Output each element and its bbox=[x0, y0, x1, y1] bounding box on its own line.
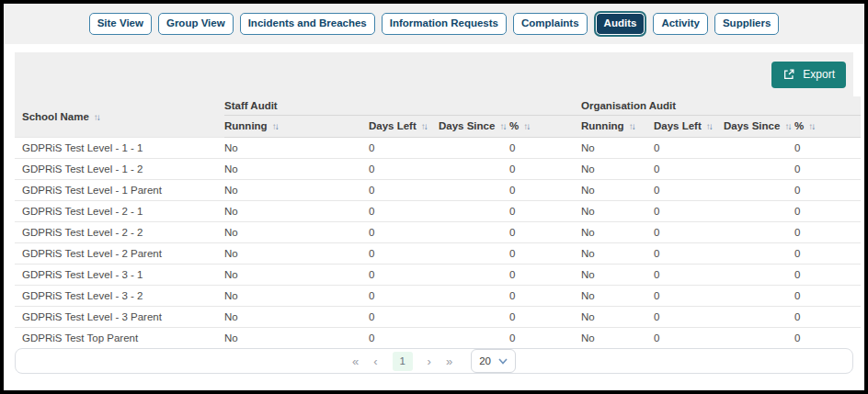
current-page-button[interactable]: 1 bbox=[393, 352, 413, 371]
staff-running-cell: No bbox=[224, 264, 369, 285]
org-percent-cell: 0 bbox=[794, 264, 861, 285]
export-button[interactable]: Export bbox=[771, 62, 846, 88]
col-header-org-[interactable]: %↑↓ bbox=[794, 115, 861, 137]
staff-running-cell: No bbox=[224, 327, 369, 348]
tab-bar: Site ViewGroup ViewIncidents and Breache… bbox=[4, 4, 864, 44]
staff-running-cell: No bbox=[224, 137, 369, 158]
table-row: GDPRiS Test Level - 1 ParentNo00No00 bbox=[15, 179, 861, 200]
staff-running-cell: No bbox=[224, 306, 369, 327]
col-header-label: Running bbox=[581, 120, 624, 131]
col-header-staff-running[interactable]: Running↑↓ bbox=[224, 115, 369, 137]
org-days-since-cell bbox=[724, 200, 794, 221]
table-row: GDPRiS Test Level - 3 ParentNo00No00 bbox=[15, 306, 861, 327]
sort-icon[interactable]: ↑↓ bbox=[523, 121, 529, 131]
tab-incidents-and-breaches[interactable]: Incidents and Breaches bbox=[240, 13, 375, 35]
sort-icon[interactable]: ↑↓ bbox=[808, 121, 814, 131]
sort-icon[interactable]: ↑↓ bbox=[272, 121, 278, 131]
staff-days-left-cell: 0 bbox=[369, 327, 439, 348]
school-name-cell: GDPRiS Test Level - 2 Parent bbox=[15, 242, 224, 264]
staff-percent-cell: 0 bbox=[509, 327, 581, 348]
staff-days-since-cell bbox=[439, 242, 509, 264]
table-row: GDPRiS Test Level - 3 - 1No00No00 bbox=[15, 264, 861, 285]
org-days-since-cell bbox=[724, 285, 794, 306]
audits-panel: Export School Name↑↓ Staff Audit Organis… bbox=[15, 52, 853, 374]
school-name-cell: GDPRiS Test Level - 3 Parent bbox=[15, 306, 224, 327]
col-header-org-days-since[interactable]: Days Since↑↓ bbox=[724, 115, 794, 137]
staff-percent-cell: 0 bbox=[509, 200, 581, 221]
tab-information-requests[interactable]: Information Requests bbox=[382, 13, 507, 35]
org-days-left-cell: 0 bbox=[654, 264, 724, 285]
tab-complaints[interactable]: Complaints bbox=[513, 13, 588, 35]
col-header-staff-days-left[interactable]: Days Left↑↓ bbox=[369, 115, 439, 137]
org-percent-cell: 0 bbox=[794, 242, 861, 264]
staff-running-cell: No bbox=[224, 242, 369, 264]
tab-audits[interactable]: Audits bbox=[596, 13, 645, 35]
page-size-select[interactable]: 20 bbox=[471, 349, 516, 373]
staff-days-left-cell: 0 bbox=[369, 179, 439, 200]
org-days-left-cell: 0 bbox=[654, 200, 724, 221]
staff-days-left-cell: 0 bbox=[369, 158, 439, 179]
org-running-cell: No bbox=[581, 179, 654, 200]
staff-percent-cell: 0 bbox=[509, 221, 581, 242]
sort-icon[interactable]: ↑↓ bbox=[94, 112, 99, 122]
audits-table: School Name↑↓ Staff Audit Organisation A… bbox=[15, 96, 861, 348]
prev-page-button[interactable]: ‹ bbox=[373, 355, 377, 368]
next-page-button[interactable]: › bbox=[428, 355, 431, 368]
school-name-cell: GDPRiS Test Level - 3 - 2 bbox=[15, 285, 224, 306]
col-header-label: Running bbox=[224, 120, 268, 131]
tab-activity[interactable]: Activity bbox=[653, 13, 708, 35]
sort-icon[interactable]: ↑↓ bbox=[499, 121, 505, 131]
staff-days-since-cell bbox=[439, 306, 509, 327]
org-running-cell: No bbox=[581, 200, 654, 221]
staff-percent-cell: 0 bbox=[509, 158, 581, 179]
org-days-left-cell: 0 bbox=[654, 158, 724, 179]
staff-percent-cell: 0 bbox=[509, 264, 581, 285]
staff-days-since-cell bbox=[439, 285, 509, 306]
tab-group-view[interactable]: Group View bbox=[158, 13, 234, 35]
org-percent-cell: 0 bbox=[794, 327, 861, 348]
table-body: GDPRiS Test Level - 1 - 1No00No00GDPRiS … bbox=[15, 137, 861, 348]
org-running-cell: No bbox=[581, 242, 654, 264]
tab-site-view[interactable]: Site View bbox=[89, 13, 152, 35]
col-header-label: % bbox=[794, 120, 804, 131]
col-header-org-running[interactable]: Running↑↓ bbox=[581, 115, 654, 137]
staff-percent-cell: 0 bbox=[509, 179, 581, 200]
col-header-org-days-left[interactable]: Days Left↑↓ bbox=[654, 115, 724, 137]
pagination-bar: « ‹ 1 › » 20 bbox=[15, 348, 853, 374]
school-name-cell: GDPRiS Test Level - 1 - 2 bbox=[15, 158, 224, 179]
org-running-cell: No bbox=[581, 327, 654, 348]
org-running-cell: No bbox=[581, 285, 654, 306]
org-percent-cell: 0 bbox=[794, 179, 861, 200]
tab-suppliers[interactable]: Suppliers bbox=[714, 13, 779, 35]
sort-icon[interactable]: ↑↓ bbox=[706, 121, 712, 131]
sort-icon[interactable]: ↑↓ bbox=[421, 121, 427, 131]
export-button-label: Export bbox=[803, 68, 835, 81]
staff-percent-cell: 0 bbox=[509, 285, 581, 306]
org-running-cell: No bbox=[581, 158, 654, 179]
staff-running-cell: No bbox=[224, 158, 369, 179]
last-page-button[interactable]: » bbox=[446, 355, 452, 368]
page-size-value: 20 bbox=[479, 355, 491, 366]
table-row: GDPRiS Test Level - 2 - 2No00No00 bbox=[15, 221, 861, 242]
table-row: GDPRiS Test Level - 3 - 2No00No00 bbox=[15, 285, 861, 306]
staff-days-left-cell: 0 bbox=[369, 221, 439, 242]
org-percent-cell: 0 bbox=[794, 158, 861, 179]
org-days-left-cell: 0 bbox=[654, 327, 724, 348]
staff-days-since-cell bbox=[439, 158, 509, 179]
staff-days-since-cell bbox=[439, 200, 509, 221]
group-header-staff-audit: Staff Audit bbox=[224, 96, 581, 115]
staff-percent-cell: 0 bbox=[509, 242, 581, 264]
org-days-since-cell bbox=[724, 158, 794, 179]
staff-days-since-cell bbox=[439, 179, 509, 200]
staff-days-since-cell bbox=[439, 327, 509, 348]
col-header-staff-[interactable]: %↑↓ bbox=[509, 115, 581, 137]
col-header-school-name[interactable]: School Name↑↓ bbox=[15, 96, 224, 137]
sort-icon[interactable]: ↑↓ bbox=[784, 121, 790, 131]
sort-icon[interactable]: ↑↓ bbox=[629, 121, 634, 131]
org-days-left-cell: 0 bbox=[654, 179, 724, 200]
col-header-staff-days-since[interactable]: Days Since↑↓ bbox=[439, 115, 509, 137]
first-page-button[interactable]: « bbox=[352, 355, 359, 368]
staff-running-cell: No bbox=[224, 285, 369, 306]
org-days-left-cell: 0 bbox=[654, 306, 724, 327]
staff-percent-cell: 0 bbox=[509, 137, 581, 158]
